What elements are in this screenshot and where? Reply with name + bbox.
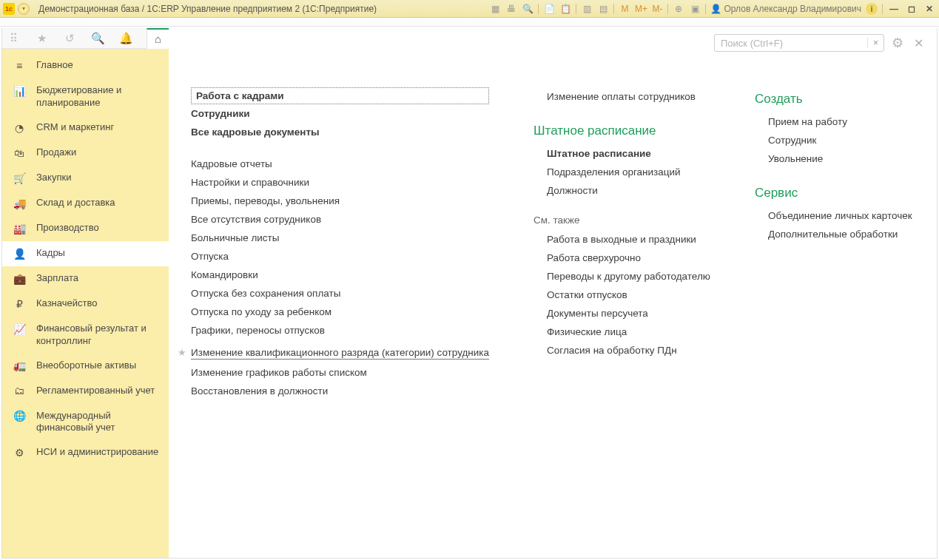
col2-sect-6[interactable]: Согласия на обработку ПДн	[534, 341, 710, 360]
col1-g1-1[interactable]: Сотрудники	[191, 104, 489, 123]
user-name-label: Орлов Александр Владимирович	[724, 4, 861, 14]
col2-h1-1[interactable]: Подразделения организаций	[534, 163, 710, 181]
nav-label: Продажи	[36, 146, 161, 159]
nav-item-1[interactable]: 📊Бюджетирование и планирование	[2, 78, 169, 115]
nav-icon: 🚚	[13, 197, 26, 210]
nav-item-0[interactable]: ≡Главное	[2, 53, 169, 78]
col2-sect-2[interactable]: Переводы к другому работодателю	[534, 267, 710, 286]
col1-g2-9[interactable]: Графики, переносы отпусков	[191, 321, 489, 340]
search-input[interactable]	[715, 36, 867, 50]
home-icon[interactable]: ⌂	[147, 28, 169, 49]
col3-h2-0[interactable]: Объединение личных карточек	[755, 206, 912, 225]
toolbar-print-icon[interactable]: 🖶	[505, 3, 517, 15]
col3-h2-1[interactable]: Дополнительные обработки	[755, 225, 912, 243]
separator	[667, 4, 668, 14]
title-bar: 1c ▾ Демонстрационная база / 1С:ERP Упра…	[0, 0, 939, 18]
col1-g2-6[interactable]: Командировки	[191, 266, 489, 284]
apps-grid-icon[interactable]: ⠿	[7, 31, 21, 46]
col2-top[interactable]: Изменение оплаты сотрудников	[534, 87, 710, 106]
toolbar-m-plus-icon[interactable]: M+	[635, 3, 647, 15]
col1-g1-0[interactable]: Работа с кадрами	[191, 87, 489, 104]
nav-item-2[interactable]: ◔CRM и маркетинг	[2, 115, 169, 141]
toolbar-m-minus-icon[interactable]: M-	[651, 3, 663, 15]
settings-gear-icon[interactable]: ⚙	[892, 35, 903, 51]
current-user[interactable]: 👤 Орлов Александр Владимирович	[710, 4, 861, 14]
nav-item-6[interactable]: 🏭Производство	[2, 216, 169, 241]
toolbar-calc2-icon[interactable]: ▤	[597, 3, 609, 15]
nav-label: Главное	[36, 59, 161, 72]
sidebar-toolbar: ⠿ ★ ↺ 🔍 🔔 ⌂	[2, 28, 169, 49]
window-title: Демонстрационная база / 1С:ERP Управлени…	[38, 4, 377, 14]
history-icon[interactable]: ↺	[63, 31, 78, 46]
nav-item-14[interactable]: ⚙НСИ и администрирование	[2, 440, 169, 465]
nav-item-10[interactable]: 📈Финансовый результат и контроллинг	[2, 317, 169, 354]
window-close-button[interactable]: ✕	[923, 4, 936, 14]
nav-item-8[interactable]: 💼Зарплата	[2, 266, 169, 291]
col1-g2-0[interactable]: Кадровые отчеты	[191, 155, 489, 173]
window-maximize-button[interactable]: ◻	[905, 4, 918, 14]
tab-strip	[0, 18, 939, 27]
nav-item-13[interactable]: 🌐Международный финансовый учет	[2, 404, 169, 441]
col2-sect-4[interactable]: Документы персучета	[534, 304, 710, 323]
nav-icon: 💼	[13, 272, 26, 286]
nav-item-3[interactable]: 🛍Продажи	[2, 141, 169, 166]
nav-item-11[interactable]: 🚛Внеоборотные активы	[2, 354, 169, 379]
nav-icon: 📈	[13, 323, 26, 336]
col1-g2-7[interactable]: Отпуска без сохранения оплаты	[191, 284, 489, 303]
col1-g2-1[interactable]: Настройки и справочники	[191, 173, 489, 192]
info-icon[interactable]: i	[866, 3, 878, 15]
toolbar-zoom-in-icon[interactable]: ⊕	[673, 3, 684, 15]
nav-label: CRM и маркетинг	[36, 121, 161, 134]
col1-g1-2[interactable]: Все кадровые документы	[191, 123, 489, 141]
col1-g2-4[interactable]: Больничные листы	[191, 229, 489, 247]
nav-icon: 🏭	[13, 222, 26, 235]
col1-g3-0[interactable]: Изменение графиков работы списком	[191, 363, 489, 382]
col2-sect-3[interactable]: Остатки отпусков	[534, 286, 710, 304]
window-minimize-button[interactable]: —	[887, 4, 901, 14]
nav-label: Производство	[36, 222, 161, 235]
panel-close-button[interactable]: ✕	[911, 36, 926, 50]
nav-icon: 🗂	[13, 385, 26, 398]
col2-head1: Штатное расписание	[534, 119, 710, 144]
col1-g2-8[interactable]: Отпуска по уходу за ребенком	[191, 303, 489, 321]
toolbar-copy-icon[interactable]: 📄	[543, 3, 555, 15]
nav-item-12[interactable]: 🗂Регламентированный учет	[2, 379, 169, 404]
col2-sect-0[interactable]: Работа в выходные и праздники	[534, 230, 710, 249]
favorite-star-icon[interactable]: ★	[35, 31, 50, 46]
nav-label: Бюджетирование и планирование	[36, 84, 161, 109]
search-clear-button[interactable]: ×	[867, 38, 884, 48]
col3-h1-2[interactable]: Увольнение	[755, 149, 912, 168]
col2-h1-0[interactable]: Штатное расписание	[534, 144, 710, 163]
nav-item-7[interactable]: 👤Кадры	[2, 241, 169, 266]
sidebar: ⠿ ★ ↺ 🔍 🔔 ⌂ ≡Главное📊Бюджетирование и пл…	[2, 28, 169, 558]
nav-icon: 🛍	[13, 146, 26, 160]
search-box[interactable]: ×	[714, 34, 884, 52]
app-logo-icon: 1c	[3, 3, 15, 15]
col2-h1-2[interactable]: Должности	[534, 181, 710, 200]
nav-item-4[interactable]: 🛒Закупки	[2, 166, 169, 191]
toolbar-zoom-fit-icon[interactable]: ▣	[689, 3, 701, 15]
nav-item-9[interactable]: ₽Казначейство	[2, 291, 169, 317]
toolbar-preview-icon[interactable]: 🔍	[522, 3, 534, 15]
col1-g2-2[interactable]: Приемы, переводы, увольнения	[191, 192, 489, 210]
toolbar-grid-icon[interactable]: ▦	[489, 3, 501, 15]
nav-item-5[interactable]: 🚚Склад и доставка	[2, 191, 169, 216]
col2-sect-1[interactable]: Работа сверхурочно	[534, 249, 710, 267]
col3-h1-0[interactable]: Прием на работу	[755, 112, 912, 131]
search-icon[interactable]: 🔍	[91, 31, 106, 46]
toolbar-calc1-icon[interactable]: ▥	[581, 3, 593, 15]
nav-icon: 🌐	[13, 410, 26, 423]
separator	[705, 4, 706, 14]
col1-starred[interactable]: Изменение квалификационного разряда (кат…	[191, 343, 489, 360]
content-area: × ⚙ ✕ Работа с кадрамиСотрудникиВсе кадр…	[169, 28, 937, 558]
col1-g3-1[interactable]: Восстановления в должности	[191, 382, 489, 400]
toolbar-m-icon[interactable]: M	[619, 3, 630, 15]
col1-g2-5[interactable]: Отпуска	[191, 247, 489, 266]
toolbar-paste-icon[interactable]: 📋	[559, 3, 571, 15]
nav-icon: ◔	[13, 121, 26, 135]
col2-sect-5[interactable]: Физические лица	[534, 323, 710, 341]
col3-h1-1[interactable]: Сотрудник	[755, 131, 912, 149]
app-menu-dropdown[interactable]: ▾	[18, 3, 30, 15]
col1-g2-3[interactable]: Все отсутствия сотрудников	[191, 210, 489, 229]
bell-icon[interactable]: 🔔	[118, 31, 133, 46]
